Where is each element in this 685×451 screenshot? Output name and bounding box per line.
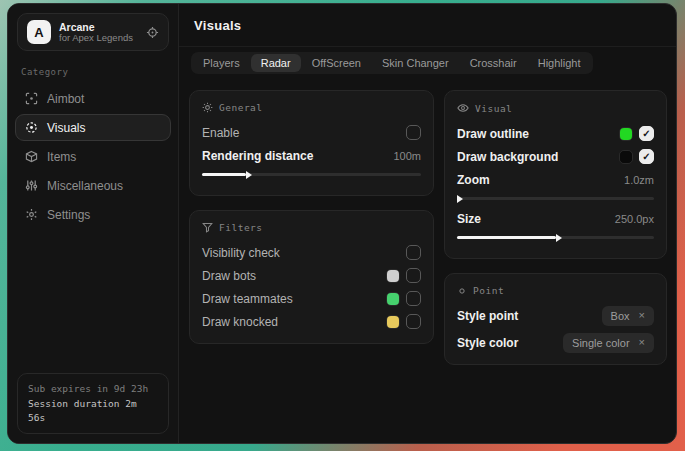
visibility-check-label: Visibility check xyxy=(202,246,280,260)
tab-offscreen[interactable]: OffScreen xyxy=(302,54,371,72)
draw-knocked-color-swatch[interactable] xyxy=(387,316,399,328)
style-point-label: Style point xyxy=(457,309,518,323)
package-icon xyxy=(25,150,38,163)
funnel-icon xyxy=(202,222,213,233)
app-name: Arcane xyxy=(59,21,138,33)
app-logo: A xyxy=(27,20,51,44)
style-point-value: Box xyxy=(611,310,630,322)
sidebar-item-items[interactable]: Items xyxy=(15,143,171,170)
draw-background-checkbox[interactable]: ✓ xyxy=(639,149,654,164)
sidebar-item-label: Visuals xyxy=(47,121,85,135)
sidebar-item-miscellaneous[interactable]: Miscellaneous xyxy=(15,172,171,199)
size-slider[interactable] xyxy=(457,233,654,242)
draw-teammates-checkbox[interactable] xyxy=(406,291,421,306)
session-status-card: Sub expires in 9d 23h Session duration 2… xyxy=(17,373,169,434)
content-area: General Enable Rendering distance 100m xyxy=(179,74,676,365)
sidebar-item-settings[interactable]: Settings xyxy=(15,201,171,228)
zoom-value: 1.0zm xyxy=(624,174,654,186)
section-title: General xyxy=(219,102,263,113)
section-title: Point xyxy=(473,285,504,296)
zoom-slider[interactable] xyxy=(457,194,654,203)
draw-bots-checkbox[interactable] xyxy=(406,268,421,283)
clear-icon[interactable]: × xyxy=(639,310,645,321)
draw-background-color-swatch[interactable] xyxy=(620,151,632,163)
main-header: Visuals xyxy=(179,4,676,47)
crosshair-icon xyxy=(25,92,38,105)
draw-outline-label: Draw outline xyxy=(457,127,529,141)
session-duration-text: Session duration 2m 56s xyxy=(28,397,158,426)
size-label: Size xyxy=(457,212,481,226)
rendering-distance-label: Rendering distance xyxy=(202,149,313,163)
visuals-tabbar: Players Radar OffScreen Skin Changer Cro… xyxy=(191,52,593,74)
sidebar-item-aimbot[interactable]: Aimbot xyxy=(15,85,171,112)
dot-icon xyxy=(457,286,467,296)
app-subtitle: for Apex Legends xyxy=(59,33,138,44)
draw-bots-label: Draw bots xyxy=(202,269,256,283)
main-panel: Visuals Players Radar OffScreen Skin Cha… xyxy=(179,4,676,443)
sun-icon xyxy=(202,102,213,113)
style-color-label: Style color xyxy=(457,336,518,350)
style-color-value: Single color xyxy=(572,337,629,349)
tab-radar[interactable]: Radar xyxy=(251,54,301,72)
sidebar-item-label: Aimbot xyxy=(47,92,84,106)
clear-icon[interactable]: × xyxy=(639,337,645,348)
target-settings-icon[interactable] xyxy=(146,26,159,39)
sidebar-item-label: Items xyxy=(47,150,76,164)
eye-scan-icon xyxy=(25,121,38,134)
draw-teammates-color-swatch[interactable] xyxy=(387,293,399,305)
style-color-select[interactable]: Single color × xyxy=(563,333,654,353)
enable-checkbox[interactable] xyxy=(406,125,421,140)
sidebar-item-label: Miscellaneous xyxy=(47,179,123,193)
draw-knocked-label: Draw knocked xyxy=(202,315,278,329)
sidebar: A Arcane for Apex Legends Category xyxy=(8,4,179,443)
sub-expires-text: Sub expires in 9d 23h xyxy=(28,382,158,396)
tab-players[interactable]: Players xyxy=(193,54,250,72)
section-title: Visual xyxy=(475,103,512,114)
page-title: Visuals xyxy=(194,18,241,33)
tab-skin-changer[interactable]: Skin Changer xyxy=(372,54,459,72)
visibility-check-checkbox[interactable] xyxy=(406,245,421,260)
category-label: Category xyxy=(21,67,178,77)
point-card: Point Style point Box × Style color Sing… xyxy=(444,273,667,365)
draw-background-label: Draw background xyxy=(457,150,558,164)
draw-outline-color-swatch[interactable] xyxy=(620,128,632,140)
draw-teammates-label: Draw teammates xyxy=(202,292,293,306)
draw-knocked-checkbox[interactable] xyxy=(406,314,421,329)
sidebar-item-visuals[interactable]: Visuals xyxy=(15,114,171,141)
app-header-card: A Arcane for Apex Legends xyxy=(17,13,169,51)
visual-card: Visual Draw outline ✓ Draw background xyxy=(444,90,667,259)
style-point-select[interactable]: Box × xyxy=(602,306,654,326)
section-title: Filters xyxy=(219,222,263,233)
general-card: General Enable Rendering distance 100m xyxy=(189,90,434,196)
filters-card: Filters Visibility check Draw bots xyxy=(189,210,434,344)
draw-outline-checkbox[interactable]: ✓ xyxy=(639,126,654,141)
app-window: A Arcane for Apex Legends Category xyxy=(7,3,677,444)
sliders-icon xyxy=(25,179,38,192)
rendering-distance-value: 100m xyxy=(393,150,421,162)
eye-icon xyxy=(457,102,469,114)
sidebar-item-label: Settings xyxy=(47,208,90,222)
rendering-distance-slider[interactable] xyxy=(202,170,421,179)
gear-icon xyxy=(25,208,38,221)
tab-highlight[interactable]: Highlight xyxy=(528,54,591,72)
draw-bots-color-swatch[interactable] xyxy=(387,270,399,282)
sidebar-nav: Aimbot Visuals Items xyxy=(8,85,178,228)
zoom-label: Zoom xyxy=(457,173,490,187)
size-value: 250.0px xyxy=(615,213,654,225)
tab-crosshair[interactable]: Crosshair xyxy=(460,54,527,72)
enable-label: Enable xyxy=(202,126,239,140)
